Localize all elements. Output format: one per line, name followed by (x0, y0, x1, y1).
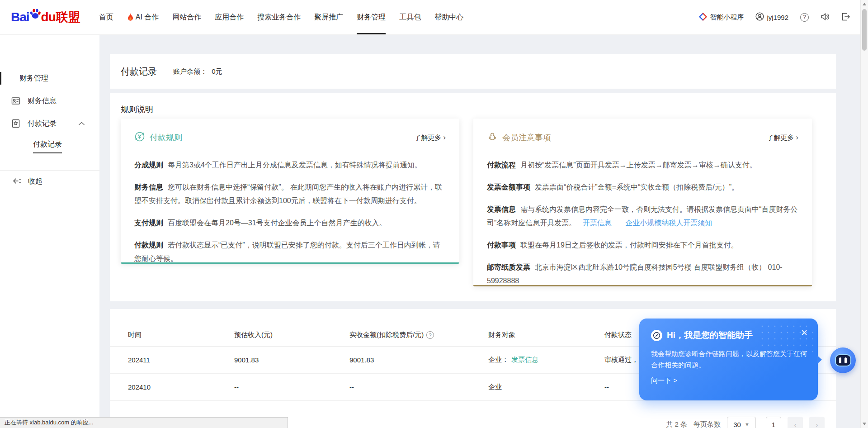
sidebar: 财务管理 财务信息 付款记录 付款记录 (0, 35, 99, 428)
rules-card: 规则说明 付款规则 了解更多› (110, 93, 836, 301)
scrollbar-thumb[interactable] (862, 9, 867, 51)
assistant-robot-avatar[interactable] (830, 347, 856, 373)
logo-text-bai: Bai (11, 10, 29, 24)
col-header-estimated: 预估收入(元) (234, 331, 349, 339)
help-button[interactable]: ? (800, 13, 809, 22)
member-notes-subcard: 会员注意事项 了解更多› 付款流程月初按“发票信息”页面开具发票→上传发票→邮寄… (473, 119, 812, 286)
payment-rules-subcard: 付款规则 了解更多› 分成规则每月第3或4个工作日产出上月分成信息及发票信息，如… (121, 119, 459, 264)
collapse-icon (12, 178, 21, 186)
rule-paragraph: 付款规则若付款状态显示“已支付”，说明联盟已安排了您的付款。支付后三个工作日内到… (134, 238, 446, 266)
rule-paragraph: 发票信息需与系统内发票信息内容完全一致，否则无法支付。请根据发票信息页面中“百度… (487, 203, 798, 230)
browser-scrollbar[interactable] (860, 0, 868, 428)
col-header-time: 时间 (128, 331, 234, 339)
invoice-info-table-link[interactable]: 发票信息 (511, 356, 538, 363)
sidebar-item-finance-info[interactable]: 财务信息 (0, 95, 99, 107)
nav-item-app[interactable]: 应用合作 (208, 0, 250, 34)
small-taxpayer-notice-link[interactable]: 企业小规模纳税人开票须知 (625, 219, 712, 227)
sidebar-subitem-payment-records[interactable]: 付款记录 (33, 140, 62, 153)
logo-text-du: du (41, 10, 56, 24)
id-card-icon (11, 96, 20, 105)
col-header-actual: 实收金额(扣除税费后/元) ? (349, 331, 488, 339)
col-header-target: 财务对象 (488, 331, 604, 339)
chevron-down-icon: ▼ (745, 422, 750, 427)
rule-paragraph: 分成规则每月第3或4个工作日产出上月分成信息及发票信息，如有特殊情况将提前通知。 (134, 158, 446, 172)
cell-target: 企业：发票信息 (488, 356, 604, 364)
logout-icon (841, 13, 850, 22)
prev-page-button[interactable]: ‹ (788, 417, 803, 428)
chevron-up-icon (79, 122, 85, 125)
rule-paragraph: 发票金额事项发票票面“价税合计”金额=系统中“实收金额（扣除税费后/元）”。 (487, 181, 798, 194)
miniapp-entry[interactable]: 智能小程序 (699, 13, 744, 22)
rule-paragraph: 支付规则百度联盟会在每月20号—31号支付企业会员上个自然月产生的收入。 (134, 216, 446, 230)
paw-icon (28, 7, 42, 23)
rule-paragraph: 邮寄纸质发票北京市海淀区西北旺东路10号院百度科技园5号楼 百度联盟财务组（收）… (487, 261, 798, 288)
rule-paragraph: 付款流程月初按“发票信息”页面开具发票→上传发票→邮寄发票→审核→确认支付。 (487, 158, 798, 172)
nav-item-search-biz[interactable]: 搜索业务合作 (250, 0, 307, 34)
close-icon[interactable]: ✕ (801, 328, 808, 338)
assistant-popup: Hi，我是您的智能助手 ✕ 我会帮助您诊断合作链路问题，以及解答您关于任何合作相… (639, 319, 818, 400)
chevron-right-icon: › (796, 133, 798, 142)
badge-icon (11, 119, 20, 128)
cell-actual: 9001.83 (349, 356, 488, 364)
next-page-button[interactable]: › (809, 417, 825, 428)
flame-icon (127, 13, 134, 21)
cell-target: 企业 (488, 383, 604, 391)
question-icon: ? (800, 13, 809, 22)
nav-item-juping[interactable]: 聚屏推广 (307, 0, 350, 34)
invoice-info-link[interactable]: 开票信息 (583, 219, 612, 227)
rules-title: 规则说明 (121, 104, 825, 115)
user-account[interactable]: jyj1992 (755, 12, 788, 22)
nav-item-website[interactable]: 网站合作 (165, 0, 208, 34)
page-number-button[interactable]: 1 (766, 417, 781, 428)
payment-records-header-card: 付款记录 账户余额： 0元 (110, 54, 836, 89)
member-notes-more-link[interactable]: 了解更多› (767, 133, 798, 142)
sidebar-collapse-button[interactable]: 收起 (0, 177, 99, 186)
page-title: 付款记录 (121, 66, 157, 78)
cell-time: 202411 (128, 356, 234, 364)
balance-label: 账户余额： (173, 67, 207, 75)
cell-actual: -- (349, 383, 488, 391)
nav-item-home[interactable]: 首页 (92, 0, 120, 34)
pagination: 共 2 条 每页条数 30 ▼ 1 ‹ › (666, 415, 825, 428)
balance-value: 0元 (212, 67, 222, 75)
speaker-icon (821, 13, 830, 22)
payment-rules-more-link[interactable]: 了解更多› (414, 133, 446, 142)
coin-icon (134, 131, 145, 144)
user-icon (755, 12, 764, 22)
announcement-button[interactable] (821, 13, 830, 22)
cell-estimated: 9001.83 (234, 356, 349, 364)
chevron-right-icon: › (443, 133, 446, 142)
baidu-union-logo[interactable]: Bai du 联盟 (11, 7, 80, 27)
scroll-down-arrow-icon[interactable] (863, 423, 866, 425)
rule-paragraph: 付款事项联盟在每月19日之后签收的发票，付款时间安排在下个月首批支付。 (487, 238, 798, 252)
nav-right: 智能小程序 jyj1992 ? (699, 12, 850, 22)
assistant-message: 我会帮助您诊断合作链路问题，以及解答您关于任何合作相关的问题。 (651, 348, 807, 371)
nav-item-toolkit[interactable]: 工具包 (392, 0, 428, 34)
ask-now-link[interactable]: 问一下 > (651, 376, 806, 385)
payment-rules-title: 付款规则 (150, 132, 182, 143)
nav-item-help-center[interactable]: 帮助中心 (428, 0, 470, 34)
nav-item-finance[interactable]: 财务管理 (350, 0, 392, 34)
compass-icon (651, 330, 662, 341)
crown-icon (487, 131, 498, 144)
cell-time: 202410 (128, 383, 234, 391)
total-count: 共 2 条 (666, 420, 687, 428)
logout-button[interactable] (841, 13, 850, 22)
rules-subcards: 付款规则 了解更多› 分成规则每月第3或4个工作日产出上月分成信息及发票信息，如… (121, 119, 825, 286)
sidebar-item-payment-records[interactable]: 付款记录 (0, 117, 99, 130)
scroll-up-arrow-icon[interactable] (863, 3, 866, 5)
nav-item-ai[interactable]: AI 合作 (120, 0, 166, 34)
per-page-label: 每页条数 (693, 420, 721, 428)
robot-face-icon (835, 354, 851, 366)
top-nav: Bai du 联盟 首页 AI 合作 网站合作 应用合作 搜索业务合作 聚屏推广… (0, 0, 868, 35)
assistant-title: Hi，我是您的智能助手 (667, 329, 753, 341)
browser-status-bar: 正在等待 xlab.baidu.com 的响应... (0, 417, 288, 428)
cell-estimated: -- (234, 383, 349, 391)
miniapp-diamond-icon (699, 13, 707, 22)
tooltip-question-icon[interactable]: ? (426, 331, 434, 339)
logo-text-union: 联盟 (56, 9, 80, 25)
rule-paragraph: 财务信息您可以在财务信息中选择“保留付款”。 在此期间您产生的收入将在账户内进行… (134, 181, 446, 208)
per-page-select[interactable]: 30 ▼ (727, 417, 756, 428)
sidebar-section-finance[interactable]: 财务管理 (0, 72, 99, 85)
sidebar-divider (0, 170, 99, 171)
